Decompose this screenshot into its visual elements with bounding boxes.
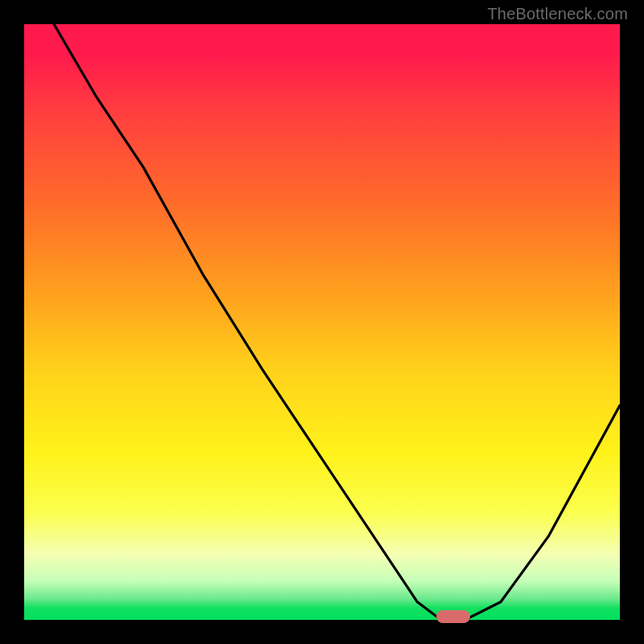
watermark-text: TheBottleneck.com bbox=[487, 5, 628, 23]
optimum-marker bbox=[436, 610, 470, 623]
plot-area bbox=[24, 24, 620, 620]
bottleneck-curve-path bbox=[54, 24, 620, 620]
curve-svg bbox=[24, 24, 620, 620]
chart-frame: TheBottleneck.com bbox=[0, 0, 644, 644]
